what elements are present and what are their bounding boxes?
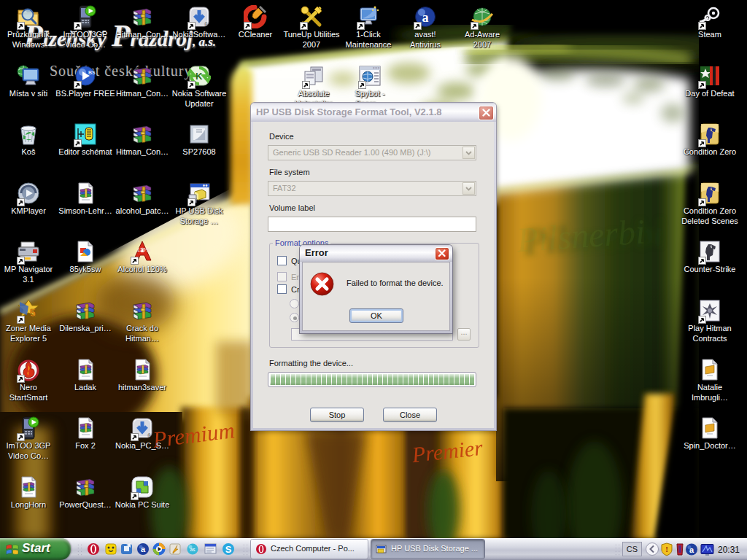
- svg-text:!: !: [665, 545, 668, 553]
- svg-text:as: as: [190, 547, 196, 552]
- svg-text:S: S: [225, 544, 232, 555]
- svg-text:a: a: [141, 545, 146, 553]
- svg-text:a: a: [689, 545, 694, 554]
